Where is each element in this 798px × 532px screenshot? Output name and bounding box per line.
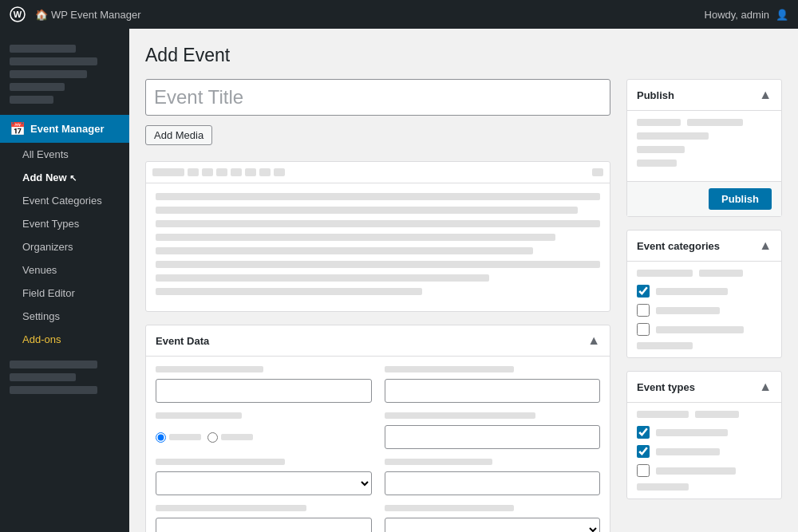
admin-bar-left: W 🏠 WP Event Manager [10, 6, 140, 22]
publish-button[interactable]: Publish [709, 188, 772, 210]
home-icon: 🏠 [35, 9, 48, 21]
sidebar-item-settings[interactable]: Settings [0, 305, 129, 328]
editor-line [156, 247, 533, 254]
event-data-meta-box-header[interactable]: Event Data ▲ [146, 325, 610, 357]
page-title: Add Event [145, 45, 782, 66]
sidebar-item-field-editor[interactable]: Field Editor [0, 282, 129, 305]
publish-box-footer: Publish [627, 181, 781, 216]
calendar-icon: 📅 [10, 121, 26, 136]
skeleton-bar [10, 70, 87, 78]
et-top-skeleton1 [637, 411, 689, 418]
sidebar-item-event-categories[interactable]: Event Categories [0, 189, 129, 212]
primary-column: Add Media [145, 79, 610, 532]
toolbar-skeleton [592, 168, 603, 176]
form-group-field5 [156, 505, 372, 532]
sidebar-item-add-new[interactable]: Add New ↖ [0, 166, 129, 189]
form-select2[interactable] [385, 518, 601, 532]
eventtype-label-skeleton2 [656, 448, 720, 455]
sidebar-item-event-types[interactable]: Event Types [0, 212, 129, 235]
admin-bar-site[interactable]: 🏠 WP Event Manager [35, 9, 140, 21]
publish-skeleton [637, 160, 677, 167]
label-skeleton [385, 459, 492, 465]
admin-bar-right: Howdy, admin 👤 [705, 9, 788, 21]
label-skeleton [385, 505, 514, 511]
chevron-down-icon: ▲ [587, 333, 600, 348]
sidebar-bottom-skeletons [0, 351, 129, 405]
form-input-field1[interactable] [156, 379, 372, 403]
radio-option1[interactable] [156, 432, 201, 443]
radio-input1[interactable] [156, 432, 166, 443]
editor-line [156, 288, 422, 295]
form-group-field3 [385, 412, 601, 449]
label-skeleton [156, 412, 242, 419]
sidebar-item-organizers[interactable]: Organizers [0, 235, 129, 258]
radio-label-skeleton [169, 434, 201, 440]
eventtype-checkbox3[interactable] [637, 464, 650, 477]
event-data-label: Event Data [156, 335, 209, 347]
form-select1[interactable] [156, 471, 372, 495]
editor-toolbar [146, 162, 610, 183]
sidebar-menu-header-label: Event Manager [30, 123, 104, 135]
form-input-field3[interactable] [385, 425, 601, 449]
user-avatar-icon: 👤 [776, 9, 788, 21]
event-categories-title: Event categories [637, 240, 720, 252]
form-input-field4[interactable] [385, 471, 601, 495]
event-types-box-header[interactable]: Event types ▲ [627, 372, 781, 403]
form-input-field2[interactable] [385, 379, 601, 403]
form-input-field5[interactable] [156, 518, 372, 532]
site-name: WP Event Manager [51, 9, 140, 21]
publish-box-body [627, 111, 781, 181]
label-skeleton [385, 412, 535, 419]
publish-skeleton [687, 119, 743, 126]
layout: 📅 Event Manager All Events Add New ↖ Eve… [0, 29, 798, 532]
eventtype-checkbox2[interactable] [637, 445, 650, 458]
toolbar-skeleton [274, 168, 285, 176]
toolbar-skeleton [202, 168, 213, 176]
event-categories-box-header[interactable]: Event categories ▲ [627, 231, 781, 262]
event-data-meta-box-body [146, 357, 610, 532]
add-media-button[interactable]: Add Media [145, 125, 212, 145]
skeleton-bar [10, 373, 76, 381]
sidebar-item-all-events[interactable]: All Events [0, 143, 129, 166]
skeleton-bar [10, 45, 76, 53]
publish-row1 [637, 119, 772, 126]
event-title-input[interactable] [145, 79, 610, 116]
editor-line [156, 220, 600, 227]
category-checkbox2[interactable] [637, 304, 650, 317]
category-top-row [637, 270, 772, 277]
category-checkbox1[interactable] [637, 285, 650, 298]
radio-label-skeleton [221, 434, 253, 440]
sidebar-item-venues[interactable]: Venues [0, 258, 129, 282]
chevron-up-icon: ▲ [759, 380, 772, 394]
skeleton-bar [10, 83, 65, 91]
category-checkbox3[interactable] [637, 323, 650, 336]
publish-box-header[interactable]: Publish ▲ [627, 80, 781, 111]
publish-skeleton [637, 132, 709, 140]
category-label-skeleton2 [656, 307, 720, 314]
toolbar-skeleton [231, 168, 242, 176]
toolbar-skeleton [188, 168, 199, 176]
label-skeleton [156, 459, 285, 465]
editor-body[interactable] [146, 183, 610, 311]
eventtype-checkbox1[interactable] [637, 426, 650, 439]
category-checkbox-item2 [637, 304, 772, 317]
event-data-meta-box: Event Data ▲ [145, 325, 610, 532]
label-skeleton [156, 505, 306, 511]
publish-title: Publish [637, 89, 674, 101]
sidebar-item-add-ons[interactable]: Add-ons [0, 328, 129, 351]
form-group-field2 [385, 366, 601, 403]
radio-input2[interactable] [207, 432, 218, 443]
toolbar-skeleton [245, 168, 256, 176]
secondary-column: Publish ▲ [626, 79, 782, 532]
skeleton-bar [10, 96, 53, 104]
eventtype-bottom-skeleton [637, 483, 689, 491]
sidebar-menu-header-event-manager[interactable]: 📅 Event Manager [0, 115, 129, 143]
publish-row2 [637, 132, 772, 140]
event-categories-box-body [627, 262, 781, 357]
skeleton-bar [10, 386, 97, 394]
form-group-field1 [156, 366, 372, 403]
event-types-title: Event types [637, 381, 695, 393]
et-top-skeleton2 [695, 411, 739, 418]
category-checkbox-item3 [637, 323, 772, 336]
radio-option2[interactable] [207, 432, 253, 443]
